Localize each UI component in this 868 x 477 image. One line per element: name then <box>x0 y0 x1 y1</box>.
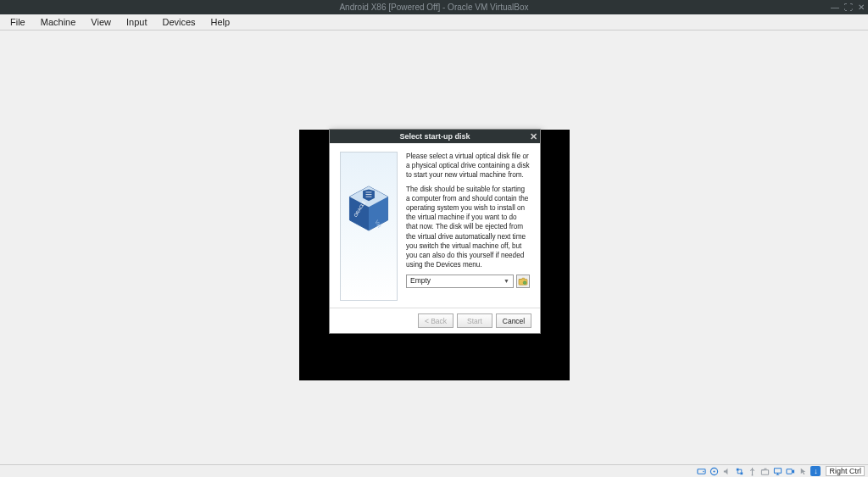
virtualbox-logo-icon: ORACLE Virt <box>347 185 391 232</box>
dialog-body: ORACLE Virt Please select a virtual opti… <box>330 143 540 308</box>
menu-file[interactable]: File <box>3 15 32 29</box>
close-button[interactable]: ✕ <box>858 0 865 14</box>
dialog-para-1: Please select a virtual optical disk fil… <box>406 152 530 180</box>
svg-point-14 <box>752 474 754 475</box>
menu-machine[interactable]: Machine <box>34 15 83 29</box>
svg-rect-12 <box>737 468 739 470</box>
svg-rect-17 <box>787 469 792 474</box>
main-area: Select start-up disk ✕ ORACLE Virt <box>0 31 868 464</box>
dialog-para-2: The disk should be suitable for starting… <box>406 185 530 269</box>
menu-input[interactable]: Input <box>120 15 153 29</box>
svg-rect-15 <box>761 469 768 474</box>
audio-icon[interactable] <box>721 466 732 476</box>
host-key-indicator[interactable]: ↓ <box>810 466 821 476</box>
display-icon[interactable] <box>772 466 782 476</box>
dialog-titlebar[interactable]: Select start-up disk ✕ <box>330 130 540 143</box>
back-button: < Back <box>418 313 453 328</box>
maximize-button[interactable]: ⛶ <box>844 0 853 14</box>
window-controls: — ⛶ ✕ <box>831 0 865 14</box>
recording-icon[interactable] <box>785 466 795 476</box>
dialog-content: Please select a virtual optical disk fil… <box>406 152 530 301</box>
chevron-down-icon: ▼ <box>504 277 509 285</box>
disk-row: Empty ▼ <box>406 275 530 288</box>
dialog-footer: < Back Start Cancel <box>330 308 540 333</box>
menu-devices[interactable]: Devices <box>155 15 202 29</box>
optical-disk-icon[interactable] <box>709 466 719 476</box>
menu-view[interactable]: View <box>84 15 118 29</box>
menubar: File Machine View Input Devices Help <box>0 14 868 31</box>
svg-point-9 <box>703 470 704 471</box>
svg-rect-13 <box>740 472 743 474</box>
browse-disk-button[interactable] <box>516 275 530 288</box>
svg-point-11 <box>713 470 715 472</box>
disk-select-dropdown[interactable]: Empty ▼ <box>406 275 514 288</box>
dialog-close-button[interactable]: ✕ <box>530 130 537 143</box>
cancel-button[interactable]: Cancel <box>496 313 531 328</box>
menu-help[interactable]: Help <box>204 15 237 29</box>
shared-folders-icon[interactable] <box>760 466 770 476</box>
network-icon[interactable] <box>734 466 744 476</box>
svg-rect-8 <box>698 469 705 474</box>
start-button: Start <box>457 313 492 328</box>
mouse-integration-icon[interactable] <box>798 466 808 476</box>
usb-icon[interactable] <box>747 466 757 476</box>
folder-disk-icon <box>518 277 528 286</box>
minimize-button[interactable]: — <box>831 0 839 14</box>
svg-point-7 <box>523 281 526 285</box>
dialog-title: Select start-up disk <box>399 132 470 141</box>
startup-disk-dialog: Select start-up disk ✕ ORACLE Virt <box>329 129 541 334</box>
statusbar: ↓ Right Ctrl <box>0 464 868 477</box>
hard-disk-icon[interactable] <box>696 466 706 476</box>
dialog-side-image: ORACLE Virt <box>340 152 398 301</box>
window-titlebar: Android X86 [Powered Off] - Oracle VM Vi… <box>0 0 868 14</box>
disk-select-value: Empty <box>410 276 431 286</box>
svg-rect-16 <box>774 468 781 473</box>
window-title: Android X86 [Powered Off] - Oracle VM Vi… <box>339 3 528 12</box>
host-key-label: Right Ctrl <box>826 466 865 476</box>
